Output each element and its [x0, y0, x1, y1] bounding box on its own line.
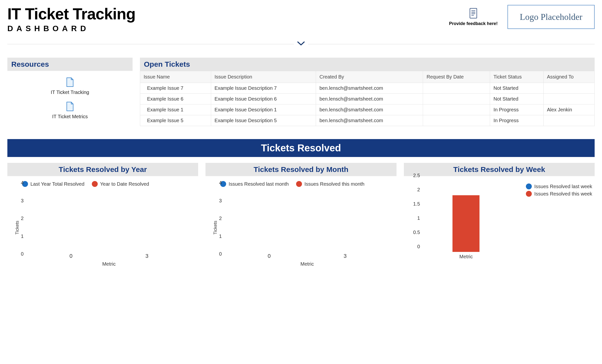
- y-tick: 1: [21, 233, 24, 239]
- y-ticks: 01234: [15, 188, 24, 260]
- cell-created_by: ben.lensch@smartsheet.com: [316, 83, 423, 94]
- legend-item[interactable]: Last Year Total Resolved: [22, 181, 84, 187]
- cell-status: Not Started: [490, 94, 544, 104]
- y-tick: 2: [219, 216, 222, 221]
- cell-assigned: [543, 94, 594, 104]
- y-tick: 2: [417, 187, 420, 193]
- plot-area: 03: [25, 188, 193, 260]
- sheet-icon: [7, 102, 133, 111]
- title-block: IT Ticket Tracking DASHBOARD: [7, 5, 135, 33]
- y-tick: 0: [219, 251, 222, 257]
- y-tick: 1.5: [413, 201, 420, 207]
- legend-label: Issues Resolved this week: [534, 191, 592, 197]
- legend-item[interactable]: Issues Resolved this month: [296, 181, 365, 187]
- chart-body: Issues Resolved last monthIssues Resolve…: [205, 176, 396, 279]
- legend-item[interactable]: Year to Date Resolved: [92, 181, 149, 187]
- cell-created_by: ben.lensch@smartsheet.com: [316, 104, 423, 115]
- resource-label: IT Ticket Tracking: [7, 90, 133, 95]
- legend-item[interactable]: Issues Resolved last week: [526, 183, 592, 189]
- cell-desc: Example Issue Description 7: [211, 83, 316, 94]
- col-created-by[interactable]: Created By: [316, 71, 423, 83]
- logo-placeholder: Logo Placeholder: [507, 5, 595, 29]
- header-right: Provide feedback here! Logo Placeholder: [449, 5, 595, 29]
- chart-body: Last Year Total ResolvedYear to Date Res…: [7, 176, 198, 279]
- charts-row: Tickets Resolved by YearLast Year Total …: [7, 163, 595, 279]
- table-row[interactable]: Example Issue 7Example Issue Description…: [140, 83, 595, 94]
- resource-item-tracking[interactable]: IT Ticket Tracking: [7, 77, 133, 95]
- bar-value-label: 0: [268, 253, 271, 259]
- y-tick: 3: [21, 198, 24, 203]
- tickets-table: Issue Name Issue Description Created By …: [140, 71, 595, 126]
- document-icon: [468, 15, 478, 19]
- legend-swatch-icon: [296, 181, 302, 187]
- cell-created_by: ben.lensch@smartsheet.com: [316, 115, 423, 126]
- bars-group: [421, 181, 511, 252]
- bar-value-label: 0: [69, 253, 72, 259]
- legend-swatch-icon: [526, 191, 532, 197]
- cell-desc: Example Issue Description 5: [211, 115, 316, 126]
- col-issue-desc[interactable]: Issue Description: [211, 71, 316, 83]
- col-request-date[interactable]: Request By Date: [423, 71, 490, 83]
- table-header-row: Issue Name Issue Description Created By …: [140, 71, 595, 83]
- chart-plot: 00.511.522.5Metric: [421, 181, 511, 260]
- legend-label: Last Year Total Resolved: [30, 181, 84, 187]
- chart-legend: Last Year Total ResolvedYear to Date Res…: [7, 181, 198, 187]
- legend-item[interactable]: Issues Resolved last month: [220, 181, 289, 187]
- main-row: Resources IT Ticket Tracking IT Ticket M…: [7, 58, 595, 129]
- legend-label: Year to Date Resolved: [100, 181, 149, 187]
- cell-request_date: [423, 115, 490, 126]
- chart-plot: Tickets0123403Metric: [223, 188, 391, 267]
- chart-body: Issues Resolved last weekIssues Resolved…: [404, 176, 595, 279]
- cell-name: Example Issue 1: [140, 104, 211, 115]
- open-tickets-title: Open Tickets: [140, 58, 595, 71]
- legend-label: Issues Resolved last month: [229, 181, 289, 187]
- x-axis-label: Metric: [421, 254, 511, 260]
- sheet-icon: [7, 77, 133, 87]
- legend-label: Issues Resolved last week: [534, 184, 592, 189]
- feedback-label: Provide feedback here!: [449, 21, 498, 26]
- chart-title: Tickets Resolved by Week: [404, 163, 595, 176]
- bar[interactable]: [452, 195, 479, 252]
- y-tick: 4: [219, 180, 222, 186]
- legend-item[interactable]: Issues Resolved this week: [526, 191, 592, 197]
- cell-assigned: [543, 115, 594, 126]
- cell-request_date: [423, 83, 490, 94]
- table-row[interactable]: Example Issue 1Example Issue Description…: [140, 104, 595, 115]
- x-axis-label: Metric: [223, 261, 391, 267]
- legend-swatch-icon: [526, 183, 532, 189]
- cell-desc: Example Issue Description 1: [211, 104, 316, 115]
- cell-status: In Progress: [490, 104, 544, 115]
- y-tick: 2: [21, 216, 24, 221]
- chart-widget: Tickets Resolved by WeekIssues Resolved …: [404, 163, 595, 279]
- y-tick: 1: [219, 233, 222, 239]
- svg-rect-0: [470, 8, 477, 18]
- divider: [7, 40, 595, 48]
- table-row[interactable]: Example Issue 5Example Issue Description…: [140, 115, 595, 126]
- bars-group: 03: [223, 188, 391, 259]
- y-tick: 3: [219, 198, 222, 203]
- resource-item-metrics[interactable]: IT Ticket Metrics: [7, 102, 133, 119]
- chevron-down-icon[interactable]: [294, 40, 308, 47]
- resources-body: IT Ticket Tracking IT Ticket Metrics: [7, 71, 133, 129]
- y-tick: 2.5: [413, 173, 420, 178]
- y-tick: 0: [21, 251, 24, 257]
- plot-area: [421, 181, 511, 252]
- cell-name: Example Issue 6: [140, 94, 211, 104]
- feedback-link[interactable]: Provide feedback here!: [449, 8, 498, 26]
- legend-swatch-icon: [92, 181, 98, 187]
- legend-label: Issues Resolved this month: [304, 181, 365, 187]
- cell-name: Example Issue 5: [140, 115, 211, 126]
- col-issue-name[interactable]: Issue Name: [140, 71, 211, 83]
- y-tick: 4: [21, 180, 24, 186]
- cell-assigned: Alex Jenkin: [543, 104, 594, 115]
- y-ticks: 01234: [213, 188, 222, 260]
- cell-status: In Progress: [490, 115, 544, 126]
- header: IT Ticket Tracking DASHBOARD Provide fee…: [7, 5, 595, 33]
- cell-assigned: [543, 83, 594, 94]
- cell-name: Example Issue 7: [140, 83, 211, 94]
- col-assigned[interactable]: Assigned To: [543, 71, 594, 83]
- chart-legend: Issues Resolved last weekIssues Resolved…: [526, 183, 592, 197]
- col-status[interactable]: Ticket Status: [490, 71, 544, 83]
- plot-area: 03: [223, 188, 391, 260]
- table-row[interactable]: Example Issue 6Example Issue Description…: [140, 94, 595, 104]
